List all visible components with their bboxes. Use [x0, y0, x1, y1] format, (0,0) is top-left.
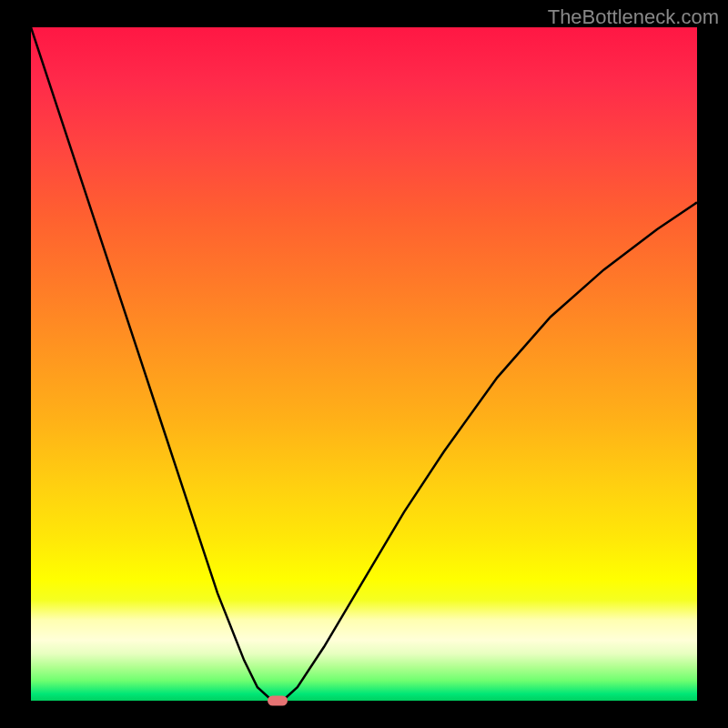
bottleneck-curve [31, 27, 697, 701]
minimum-marker [268, 696, 288, 706]
chart-container: TheBottleneck.com [0, 0, 728, 728]
curve-svg [31, 27, 697, 701]
watermark-text: TheBottleneck.com [548, 5, 719, 29]
plot-area [31, 27, 697, 701]
